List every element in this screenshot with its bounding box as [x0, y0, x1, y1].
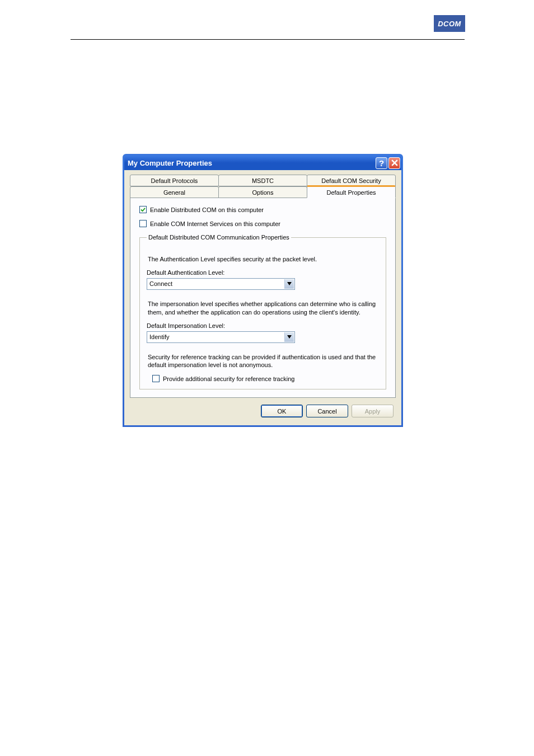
- window-title: My Computer Properties: [128, 159, 374, 167]
- enable-cis-checkbox[interactable]: [139, 220, 147, 227]
- tab-label: Default COM Security: [321, 177, 381, 184]
- button-label: OK: [278, 408, 287, 415]
- enable-dcom-label: Enable Distributed COM on this computer: [150, 206, 264, 213]
- tab-default-protocols[interactable]: Default Protocols: [130, 175, 219, 186]
- impersonation-label: Default Impersonation Level:: [147, 322, 379, 329]
- tab-msdtc[interactable]: MSDTC: [218, 175, 307, 186]
- help-button[interactable]: ?: [376, 157, 387, 169]
- tab-label: Options: [252, 189, 274, 196]
- tab-general[interactable]: General: [130, 186, 219, 198]
- dialog-button-row: OK Cancel Apply: [130, 398, 396, 420]
- titlebar[interactable]: My Computer Properties ?: [124, 156, 401, 170]
- tab-label: Default Properties: [326, 189, 376, 196]
- tab-label: MSDTC: [252, 177, 274, 184]
- tab-strip: Default Protocols MSDTC Default COM Secu…: [130, 175, 396, 198]
- enable-dcom-checkbox[interactable]: [139, 206, 147, 213]
- reference-tracking-desc: Security for reference tracking can be p…: [148, 353, 378, 370]
- communication-properties-group: Default Distributed COM Communication Pr…: [139, 234, 386, 389]
- chevron-down-icon: [284, 332, 294, 342]
- enable-cis-label: Enable COM Internet Services on this com…: [150, 220, 280, 227]
- impersonation-select[interactable]: Identify: [147, 331, 295, 343]
- tab-default-properties[interactable]: Default Properties: [307, 185, 396, 198]
- tab-content-default-properties: Enable Distributed COM on this computer …: [130, 198, 396, 398]
- chevron-down-icon: [284, 279, 294, 289]
- auth-level-desc: The Authentication Level specifies secur…: [148, 255, 378, 264]
- tab-default-com-security[interactable]: Default COM Security: [307, 175, 396, 186]
- my-computer-properties-dialog: My Computer Properties ? Default Protoco…: [123, 154, 403, 427]
- close-button[interactable]: [388, 157, 400, 169]
- button-label: Cancel: [317, 408, 336, 415]
- tab-label: Default Protocols: [151, 177, 198, 184]
- reference-tracking-label: Provide additional security for referenc…: [163, 375, 294, 382]
- button-label: Apply: [365, 408, 381, 415]
- close-icon: [391, 159, 398, 166]
- impersonation-desc: The impersonation level specifies whethe…: [148, 300, 378, 317]
- auth-level-label: Default Authentication Level:: [147, 269, 379, 276]
- reference-tracking-checkbox[interactable]: [152, 375, 160, 382]
- auth-level-select[interactable]: Connect: [147, 278, 295, 290]
- group-legend: Default Distributed COM Communication Pr…: [147, 234, 291, 241]
- apply-button: Apply: [352, 405, 394, 417]
- header-rule: [71, 39, 465, 40]
- dialog-client-area: Default Protocols MSDTC Default COM Secu…: [124, 170, 401, 425]
- ok-button[interactable]: OK: [261, 405, 303, 417]
- auth-level-value: Connect: [149, 280, 172, 287]
- dcom-logo: DCOM: [434, 15, 465, 32]
- impersonation-value: Identify: [149, 334, 169, 340]
- tab-label: General: [163, 189, 185, 196]
- cancel-button[interactable]: Cancel: [306, 405, 348, 417]
- tab-options[interactable]: Options: [218, 186, 307, 198]
